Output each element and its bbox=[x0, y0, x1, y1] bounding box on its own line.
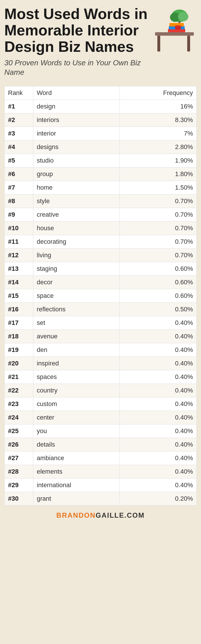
cell-rank: #7 bbox=[5, 181, 33, 195]
cell-rank: #21 bbox=[5, 370, 33, 384]
cell-frequency: 0.40% bbox=[120, 343, 197, 357]
brand-orange: BRANDON bbox=[56, 511, 96, 519]
table-row: #23custom0.40% bbox=[5, 397, 197, 411]
table-row: #26details0.40% bbox=[5, 438, 197, 451]
svg-rect-10 bbox=[157, 36, 160, 52]
cell-rank: #9 bbox=[5, 208, 33, 222]
cell-frequency: 1.80% bbox=[120, 167, 197, 181]
cell-word: details bbox=[33, 438, 120, 451]
cell-rank: #13 bbox=[5, 262, 33, 276]
cell-word: center bbox=[33, 411, 120, 424]
desk-illustration bbox=[151, 6, 197, 55]
table-row: #12living0.70% bbox=[5, 249, 197, 262]
table-row: #15space0.60% bbox=[5, 289, 197, 303]
cell-word: custom bbox=[33, 397, 120, 411]
cell-word: grant bbox=[33, 492, 120, 506]
cell-rank: #1 bbox=[5, 100, 33, 113]
cell-frequency: 0.40% bbox=[120, 411, 197, 424]
cell-rank: #12 bbox=[5, 249, 33, 262]
table-row: #20inspired0.40% bbox=[5, 357, 197, 370]
cell-rank: #29 bbox=[5, 479, 33, 492]
cell-rank: #6 bbox=[5, 167, 33, 181]
cell-rank: #20 bbox=[5, 357, 33, 370]
cell-frequency: 0.70% bbox=[120, 195, 197, 208]
table-row: #30grant0.20% bbox=[5, 492, 197, 506]
cell-word: interiors bbox=[33, 113, 120, 127]
cell-rank: #16 bbox=[5, 303, 33, 316]
cell-frequency: 1.90% bbox=[120, 154, 197, 167]
cell-word: country bbox=[33, 384, 120, 397]
cell-word: set bbox=[33, 316, 120, 330]
cell-rank: #23 bbox=[5, 397, 33, 411]
cell-frequency: 0.70% bbox=[120, 249, 197, 262]
cell-word: studio bbox=[33, 154, 120, 167]
cell-frequency: 1.50% bbox=[120, 181, 197, 195]
table-row: #29international0.40% bbox=[5, 479, 197, 492]
cell-word: reflections bbox=[33, 303, 120, 316]
cell-word: international bbox=[33, 479, 120, 492]
cell-word: avenue bbox=[33, 330, 120, 343]
table-row: #17set0.40% bbox=[5, 316, 197, 330]
cell-rank: #10 bbox=[5, 222, 33, 235]
cell-frequency: 0.40% bbox=[120, 479, 197, 492]
cell-rank: #4 bbox=[5, 140, 33, 154]
table-row: #3interior7% bbox=[5, 127, 197, 140]
table-row: #27ambiance0.40% bbox=[5, 451, 197, 465]
cell-frequency: 16% bbox=[120, 100, 197, 113]
table-row: #1design16% bbox=[5, 100, 197, 113]
cell-word: group bbox=[33, 167, 120, 181]
desk-svg bbox=[152, 9, 195, 55]
cell-word: design bbox=[33, 100, 120, 113]
svg-rect-9 bbox=[155, 32, 194, 36]
table-row: #13staging0.60% bbox=[5, 262, 197, 276]
cell-rank: #30 bbox=[5, 492, 33, 506]
col-rank-header: Rank bbox=[5, 86, 33, 100]
cell-rank: #25 bbox=[5, 424, 33, 438]
cell-word: designs bbox=[33, 140, 120, 154]
table-row: #18avenue0.40% bbox=[5, 330, 197, 343]
cell-word: you bbox=[33, 424, 120, 438]
table-row: #22country0.40% bbox=[5, 384, 197, 397]
table-row: #9creative0.70% bbox=[5, 208, 197, 222]
cell-frequency: 0.40% bbox=[120, 438, 197, 451]
table-row: #11decorating0.70% bbox=[5, 235, 197, 249]
cell-frequency: 2.80% bbox=[120, 140, 197, 154]
cell-rank: #26 bbox=[5, 438, 33, 451]
cell-frequency: 0.40% bbox=[120, 370, 197, 384]
cell-frequency: 0.40% bbox=[120, 330, 197, 343]
table-row: #2interiors8.30% bbox=[5, 113, 197, 127]
cell-rank: #2 bbox=[5, 113, 33, 127]
cell-word: den bbox=[33, 343, 120, 357]
table-row: #24center0.40% bbox=[5, 411, 197, 424]
cell-word: style bbox=[33, 195, 120, 208]
cell-word: interior bbox=[33, 127, 120, 140]
data-table: Rank Word Frequency #1design16%#2interio… bbox=[4, 86, 197, 506]
svg-point-2 bbox=[178, 12, 188, 21]
cell-rank: #22 bbox=[5, 384, 33, 397]
table-row: #21spaces0.40% bbox=[5, 370, 197, 384]
table-row: #25you0.40% bbox=[5, 424, 197, 438]
title-block: Most Used Words in Memorable Interior De… bbox=[4, 6, 151, 83]
cell-rank: #17 bbox=[5, 316, 33, 330]
cell-frequency: 0.40% bbox=[120, 451, 197, 465]
table-row: #14decor0.60% bbox=[5, 276, 197, 289]
header-section: Most Used Words in Memorable Interior De… bbox=[4, 6, 197, 83]
cell-frequency: 0.20% bbox=[120, 492, 197, 506]
cell-word: inspired bbox=[33, 357, 120, 370]
cell-frequency: 0.40% bbox=[120, 424, 197, 438]
subtitle: 30 Proven Words to Use in Your Own Biz N… bbox=[4, 58, 151, 78]
cell-rank: #5 bbox=[5, 154, 33, 167]
table-row: #10house0.70% bbox=[5, 222, 197, 235]
cell-word: living bbox=[33, 249, 120, 262]
cell-rank: #27 bbox=[5, 451, 33, 465]
cell-word: home bbox=[33, 181, 120, 195]
cell-frequency: 0.70% bbox=[120, 235, 197, 249]
cell-word: decor bbox=[33, 276, 120, 289]
cell-word: space bbox=[33, 289, 120, 303]
table-row: #19den0.40% bbox=[5, 343, 197, 357]
col-freq-header: Frequency bbox=[120, 86, 197, 100]
cell-frequency: 0.60% bbox=[120, 262, 197, 276]
table-row: #5studio1.90% bbox=[5, 154, 197, 167]
cell-frequency: 0.40% bbox=[120, 465, 197, 479]
cell-frequency: 0.40% bbox=[120, 384, 197, 397]
